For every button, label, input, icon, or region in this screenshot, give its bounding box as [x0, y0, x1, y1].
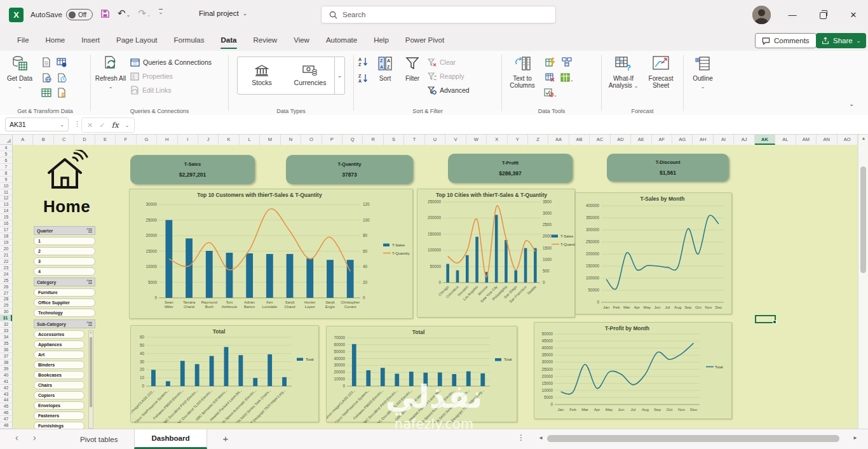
collapse-ribbon-button[interactable]: ⌄	[849, 100, 854, 107]
tab-help[interactable]: Help	[365, 30, 397, 51]
column-header-G[interactable]: G	[137, 135, 157, 145]
tab-power-pivot[interactable]: Power Pivot	[397, 30, 452, 51]
row-header-38[interactable]: 38	[0, 359, 12, 366]
tab-review[interactable]: Review	[245, 30, 285, 51]
excel-app-icon[interactable]: X	[9, 8, 24, 22]
row-header-12[interactable]: 12	[0, 196, 12, 202]
existing-connections-button[interactable]	[55, 86, 69, 100]
slicer-item-fasteners[interactable]: Fasteners	[34, 412, 85, 420]
tab-formulas[interactable]: Formulas	[166, 30, 213, 51]
queries-connections-button[interactable]: Queries & Connections	[130, 57, 212, 68]
formula-input[interactable]	[137, 117, 863, 133]
row-header-8[interactable]: 8	[0, 170, 12, 177]
row-header-5[interactable]: 5	[0, 151, 12, 157]
row-header-37[interactable]: 37	[0, 353, 12, 359]
row-header-6[interactable]: 6	[0, 157, 12, 164]
column-header-AB[interactable]: AB	[569, 135, 590, 145]
slicer-item-technology[interactable]: Technology	[34, 309, 95, 317]
cancel-entry-button[interactable]: ✕	[87, 121, 93, 130]
redo-button[interactable]: ↷⌄	[138, 8, 151, 19]
from-table-range-button[interactable]	[55, 55, 69, 69]
refresh-all-button[interactable]: Refresh All ⌄	[95, 54, 126, 105]
chart-tprofit-by-month[interactable]: T-Profit by Month05000100001500020000250…	[534, 322, 732, 419]
relationships-button[interactable]: ⌄	[559, 70, 574, 84]
advanced-filter-button[interactable]: Advanced	[428, 84, 470, 96]
column-header-F[interactable]: F	[116, 135, 136, 145]
column-header-AE[interactable]: AE	[631, 135, 651, 145]
row-header-18[interactable]: 18	[0, 233, 12, 239]
tab-data[interactable]: Data	[213, 30, 245, 51]
slicer-quarter[interactable]: Quarter 1234	[34, 226, 95, 276]
column-header-R[interactable]: R	[363, 135, 383, 145]
column-header-W[interactable]: W	[466, 135, 487, 145]
row-header-23[interactable]: 23	[0, 265, 12, 271]
slicer-item-art[interactable]: Art	[34, 351, 85, 359]
column-header-N[interactable]: N	[281, 135, 301, 145]
slicer-header[interactable]: Category	[34, 278, 95, 286]
row-header-9[interactable]: 9	[0, 177, 12, 183]
sort-descending-button[interactable]: ZA	[358, 73, 369, 83]
chart-total-sales-by-product[interactable]: Total01000020000300004000050000600007000…	[326, 326, 517, 422]
row-header-31[interactable]: 31	[0, 315, 12, 321]
column-header-AD[interactable]: AD	[611, 135, 631, 145]
slicer-item-furnishings[interactable]: Furnishings	[34, 422, 85, 429]
row-header-36[interactable]: 36	[0, 347, 12, 353]
chart-top10-cities[interactable]: Top 10 Cities with thierT-Sales & T-Quan…	[417, 189, 575, 318]
row-header-22[interactable]: 22	[0, 258, 12, 265]
row-header-19[interactable]: 19	[0, 239, 12, 246]
scrollbar-thumb[interactable]	[860, 166, 866, 273]
filter-button[interactable]: Filter	[401, 54, 424, 105]
row-header-39[interactable]: 39	[0, 366, 12, 372]
column-header-A[interactable]: A	[13, 135, 33, 145]
column-header-AM[interactable]: AM	[796, 135, 817, 145]
clear-filter-button[interactable]: Clear	[428, 57, 470, 68]
column-header-Q[interactable]: Q	[342, 135, 363, 145]
slicer-item-2[interactable]: 2	[34, 247, 95, 255]
row-header-32[interactable]: 32	[0, 321, 12, 328]
column-header-AF[interactable]: AF	[652, 135, 672, 145]
select-all-corner[interactable]	[0, 135, 13, 145]
row-header-45[interactable]: 45	[0, 403, 12, 410]
tab-insert[interactable]: Insert	[73, 30, 108, 51]
row-header-27[interactable]: 27	[0, 290, 12, 297]
column-header-U[interactable]: U	[425, 135, 445, 145]
column-header-B[interactable]: B	[33, 135, 53, 145]
tabbar-menu-icon[interactable]: ⋮	[517, 433, 525, 442]
chart-total-quantity-by-product[interactable]: Total0102030405060Canon imageCLASS 220..…	[130, 325, 319, 422]
row-header-24[interactable]: 24	[0, 271, 12, 278]
row-header-42[interactable]: 42	[0, 385, 12, 391]
slicer-item-appliances[interactable]: Appliances	[34, 340, 85, 349]
slicer-sub-category[interactable]: Sub-Category AccessoriesAppliancesArtBin…	[34, 319, 95, 429]
kpi-card-t-quantity[interactable]: T-Quantity 37873	[286, 155, 413, 184]
slicer-item-envelopes[interactable]: Envelopes	[34, 401, 85, 410]
slicer-item-copiers[interactable]: Copiers	[34, 391, 85, 399]
column-header-Y[interactable]: Y	[508, 135, 528, 145]
kpi-card-t-discount[interactable]: T-Discount $1,561	[607, 154, 729, 182]
row-header-7[interactable]: 7	[0, 164, 12, 170]
flash-fill-button[interactable]	[543, 55, 558, 69]
row-header-40[interactable]: 40	[0, 372, 12, 379]
edit-links-button[interactable]: Edit Links	[130, 84, 212, 96]
row-header-48[interactable]: 48	[0, 422, 12, 429]
column-header-AI[interactable]: AI	[714, 135, 734, 145]
column-header-I[interactable]: I	[178, 135, 198, 145]
column-header-H[interactable]: H	[157, 135, 177, 145]
horizontal-scrollbar[interactable]: ◄ ►	[537, 432, 859, 445]
row-header-30[interactable]: 30	[0, 309, 12, 315]
column-header-C[interactable]: C	[54, 135, 74, 145]
row-header-25[interactable]: 25	[0, 278, 12, 284]
slicer-item-furniture[interactable]: Furniture	[34, 288, 95, 297]
kpi-card-t-profit[interactable]: T-Profit $286,397	[448, 154, 573, 183]
row-header-13[interactable]: 13	[0, 201, 12, 208]
next-sheet-button[interactable]: ›	[33, 432, 36, 443]
from-text-csv-button[interactable]	[39, 55, 53, 69]
tab-file[interactable]: File	[9, 30, 37, 51]
autosave-control[interactable]: AutoSave Off	[31, 9, 93, 20]
avatar[interactable]	[752, 6, 771, 24]
vertical-scrollbar[interactable]: ▲	[858, 135, 868, 429]
slicer-category[interactable]: Category FurnitureOffice SupplierTechnol…	[34, 278, 95, 317]
save-button[interactable]	[100, 9, 110, 18]
slicer-header[interactable]: Quarter	[34, 226, 95, 235]
from-sheet-button[interactable]	[39, 86, 53, 100]
row-header-14[interactable]: 14	[0, 208, 12, 214]
